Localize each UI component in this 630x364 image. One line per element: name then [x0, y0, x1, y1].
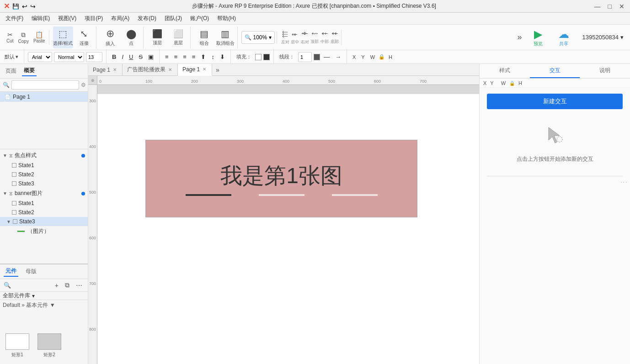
- canvas-tab-close[interactable]: ✕: [112, 67, 117, 73]
- lib-section-label[interactable]: Default » 基本元件 ▼: [0, 300, 88, 330]
- align-right-text-btn[interactable]: ≡: [181, 53, 188, 61]
- valign-mid-btn[interactable]: ↕: [209, 53, 216, 61]
- tab-components[interactable]: 元件: [4, 266, 18, 277]
- strikethrough-btn[interactable]: S: [137, 53, 144, 61]
- font-size-input[interactable]: [86, 52, 102, 62]
- filter-icon[interactable]: ⚙: [81, 82, 86, 88]
- paste-btn[interactable]: 📋 Paste: [32, 30, 47, 44]
- coord-bar: X Y W 🔒 H: [480, 79, 630, 88]
- align-justify-text-btn[interactable]: ≡: [190, 53, 198, 61]
- font-select[interactable]: Arial: [28, 52, 52, 62]
- copy-btn[interactable]: ⧉ Copy: [16, 30, 31, 45]
- ungroup-btn[interactable]: ▥ 取消组合: [215, 26, 235, 48]
- close-btn[interactable]: ✕: [617, 3, 626, 10]
- tree-item-state3-banner[interactable]: ▼ State3: [0, 217, 88, 226]
- tree-item-image[interactable]: ▶ （图片）: [0, 226, 88, 237]
- align-right-btn[interactable]: ⬲: [300, 30, 309, 38]
- save-icon[interactable]: 💾: [12, 3, 19, 10]
- stroke-width-input[interactable]: [298, 52, 312, 62]
- tree-item-focus-style[interactable]: ▼ ⧖ 焦点样式: [0, 150, 88, 161]
- align-center-btn[interactable]: ⬰: [290, 30, 299, 38]
- menu-publish[interactable]: 发布(D): [134, 14, 160, 23]
- add-lib-btn[interactable]: +: [53, 281, 60, 290]
- toolbar-more-btn[interactable]: »: [515, 31, 523, 44]
- tree-item-state1-focus[interactable]: ▶ State1: [0, 161, 88, 170]
- style-default[interactable]: 默认 ▾: [3, 53, 20, 61]
- stroke-style-btn[interactable]: —: [322, 53, 331, 61]
- valign-bot-btn[interactable]: ⬇: [218, 53, 227, 61]
- tree-item-state1-banner[interactable]: ▶ State1: [0, 199, 88, 208]
- style-select[interactable]: Normal: [54, 52, 84, 62]
- fill-color2-swatch[interactable]: [263, 54, 270, 60]
- minimize-btn[interactable]: —: [593, 3, 603, 10]
- more-lib-btn[interactable]: ⋯: [74, 281, 84, 290]
- top-btn[interactable]: ⬛ 顶层: [147, 26, 167, 48]
- tree-item-state2-focus[interactable]: ▶ State2: [0, 170, 88, 179]
- right-panel: 样式 交互 说明 X Y W 🔒 H 新建交互 点击上方按钮开始添加新的交互: [479, 64, 630, 364]
- redo-icon[interactable]: ↪: [30, 3, 36, 10]
- tree-item-state3-focus[interactable]: ▶ State3: [0, 179, 88, 188]
- search-icon: 🔍: [4, 282, 11, 289]
- select-style-btn[interactable]: ⬚ 选择/框式: [53, 26, 73, 48]
- component-rect2[interactable]: 矩形2: [36, 333, 63, 360]
- canvas-more-tabs[interactable]: »: [212, 66, 223, 74]
- menu-team[interactable]: 团队(J): [161, 14, 186, 23]
- tab-masters[interactable]: 母版: [24, 267, 38, 276]
- canvas-tab-page1-active[interactable]: Page 1 ✕: [178, 64, 212, 76]
- page-item-page1[interactable]: 📄 Page 1: [0, 92, 88, 102]
- stroke-color-swatch[interactable]: [314, 54, 320, 60]
- banner-dot-3[interactable]: [332, 194, 378, 196]
- fill-color-swatch[interactable]: [255, 54, 262, 60]
- align-bottom-btn[interactable]: ⬵: [330, 30, 339, 38]
- banner-element[interactable]: 我是第1张图: [145, 140, 417, 217]
- menu-layout[interactable]: 布局(A): [107, 14, 133, 23]
- canvas-tab-banner-effect[interactable]: 广告图轮播效果 ✕: [123, 64, 178, 76]
- bottom-btn[interactable]: ⬜ 底层: [168, 26, 188, 48]
- undo-icon[interactable]: ↩: [22, 3, 27, 10]
- tab-notes[interactable]: 说明: [580, 64, 630, 78]
- valign-top-btn[interactable]: ⬆: [199, 53, 208, 61]
- insert-btn[interactable]: ⊕ 插入: [100, 26, 120, 48]
- banner-dot-1[interactable]: [186, 194, 231, 196]
- canvas-tab-page1-first[interactable]: Page 1 ✕: [88, 64, 123, 76]
- banner-dot-2[interactable]: [259, 194, 304, 196]
- highlight-btn[interactable]: ▣: [146, 53, 155, 61]
- group-btn[interactable]: ▤ 组合: [194, 26, 214, 48]
- canvas-tab-close[interactable]: ✕: [202, 66, 207, 72]
- menu-account[interactable]: 账户(O): [187, 14, 213, 23]
- menu-view[interactable]: 视图(V): [54, 14, 80, 23]
- component-rect1[interactable]: 矩形1: [4, 333, 31, 360]
- copy-lib-btn[interactable]: ⧉: [63, 280, 71, 290]
- zoom-control[interactable]: 🔍 100% ▾: [241, 31, 275, 44]
- align-center-text-btn[interactable]: ≡: [172, 53, 180, 61]
- tree-item-banner[interactable]: ▼ ⧖ banner图片: [0, 188, 88, 199]
- menu-edit[interactable]: 编辑(E): [28, 14, 53, 23]
- align-left-btn[interactable]: ⬱: [281, 30, 289, 38]
- new-interaction-btn[interactable]: 新建交互: [487, 94, 623, 109]
- share-btn[interactable]: ☁ 共享: [553, 28, 575, 47]
- preview-btn[interactable]: ▶ 预览: [527, 28, 549, 47]
- menu-file[interactable]: 文件(F): [2, 14, 27, 23]
- canvas-scroll-area[interactable]: 我是第1张图: [97, 85, 479, 364]
- menu-help[interactable]: 帮助(H): [214, 14, 240, 23]
- maximize-btn[interactable]: □: [606, 3, 614, 10]
- tree-item-state2-banner[interactable]: ▶ State2: [0, 208, 88, 217]
- underline-btn[interactable]: U: [127, 53, 135, 61]
- cut-btn[interactable]: ✂ Cut: [5, 30, 16, 44]
- connect-btn[interactable]: ⤡ 连接: [74, 26, 94, 48]
- align-middle-btn[interactable]: ⬴: [320, 30, 329, 38]
- stroke-end-btn[interactable]: →: [333, 53, 343, 61]
- tab-interaction[interactable]: 交互: [530, 64, 580, 78]
- bold-btn[interactable]: B: [110, 53, 118, 61]
- tab-pages[interactable]: 页面: [4, 66, 18, 76]
- ruler-vertical: 300 400 500 600 700 800: [88, 85, 97, 364]
- point-btn[interactable]: ⬤ 点: [121, 26, 141, 48]
- canvas-tab-close[interactable]: ✕: [167, 67, 173, 73]
- tab-style[interactable]: 样式: [480, 64, 530, 78]
- align-left-text-btn[interactable]: ≡: [163, 53, 171, 61]
- search-input[interactable]: [11, 80, 79, 90]
- menu-project[interactable]: 项目(P): [81, 14, 107, 23]
- italic-btn[interactable]: I: [120, 53, 125, 61]
- align-top-btn[interactable]: ⬳: [310, 30, 319, 38]
- tab-outline[interactable]: 概要: [22, 66, 37, 76]
